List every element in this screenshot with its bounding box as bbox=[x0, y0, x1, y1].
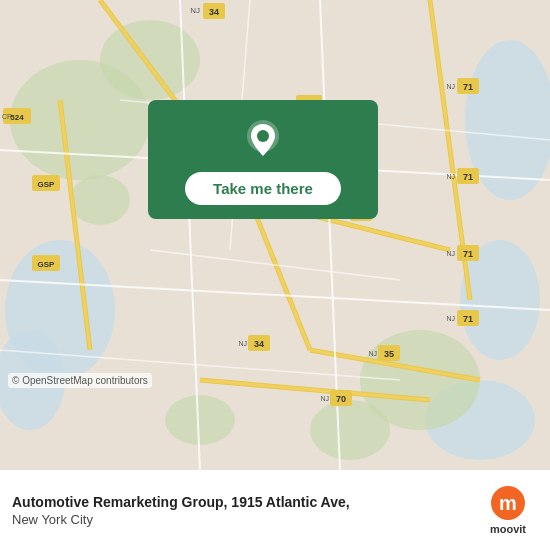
svg-text:71: 71 bbox=[463, 314, 473, 324]
bottom-bar: Automotive Remarketing Group, 1915 Atlan… bbox=[0, 470, 550, 550]
svg-text:34: 34 bbox=[209, 7, 219, 17]
place-city: New York City bbox=[12, 512, 468, 527]
svg-text:NJ: NJ bbox=[446, 315, 455, 322]
svg-text:NJ: NJ bbox=[320, 395, 329, 402]
copyright-text: © OpenStreetMap contributors bbox=[8, 373, 152, 388]
svg-point-72 bbox=[257, 130, 269, 142]
moovit-text: moovit bbox=[490, 523, 526, 535]
pin-icon bbox=[241, 118, 285, 162]
svg-point-10 bbox=[165, 395, 235, 445]
svg-text:NJ: NJ bbox=[446, 250, 455, 257]
svg-text:NJ: NJ bbox=[190, 6, 200, 15]
location-card: Take me there bbox=[148, 100, 378, 219]
svg-text:m: m bbox=[499, 492, 517, 514]
svg-text:NJ: NJ bbox=[446, 173, 455, 180]
svg-text:34: 34 bbox=[254, 339, 264, 349]
svg-text:NJ: NJ bbox=[446, 83, 455, 90]
svg-text:GSP: GSP bbox=[38, 180, 56, 189]
moovit-icon: m bbox=[490, 485, 526, 521]
svg-text:NJ: NJ bbox=[368, 350, 377, 357]
svg-text:70: 70 bbox=[336, 394, 346, 404]
svg-text:71: 71 bbox=[463, 172, 473, 182]
svg-point-7 bbox=[100, 20, 200, 100]
svg-text:71: 71 bbox=[463, 82, 473, 92]
svg-point-9 bbox=[310, 400, 390, 460]
take-me-there-button[interactable]: Take me there bbox=[185, 172, 341, 205]
svg-text:CR: CR bbox=[2, 113, 12, 120]
svg-text:524: 524 bbox=[10, 113, 24, 122]
svg-text:35: 35 bbox=[384, 349, 394, 359]
svg-text:NJ: NJ bbox=[238, 340, 247, 347]
svg-point-11 bbox=[70, 175, 130, 225]
place-info: Automotive Remarketing Group, 1915 Atlan… bbox=[12, 493, 468, 526]
map-container: 34 NJ 524 CR 524 CR GSP GSP 71 NJ 71 NJ … bbox=[0, 0, 550, 470]
place-name: Automotive Remarketing Group, 1915 Atlan… bbox=[12, 493, 468, 511]
svg-text:GSP: GSP bbox=[38, 260, 56, 269]
svg-text:71: 71 bbox=[463, 249, 473, 259]
moovit-logo: m moovit bbox=[478, 485, 538, 535]
